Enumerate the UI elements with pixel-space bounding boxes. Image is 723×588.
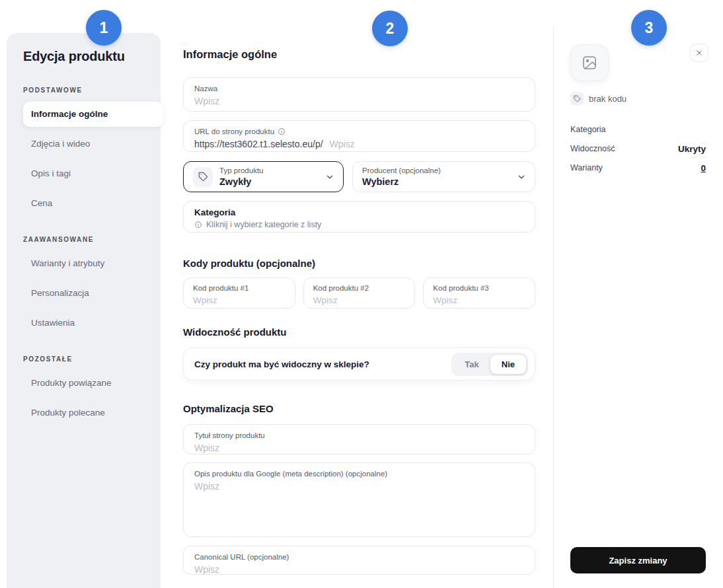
product-type-label: Typ produktu (219, 166, 263, 175)
sidebar-item-produkty-powiazane[interactable]: Produkty powiązane (23, 371, 163, 396)
seo-title-label: Tytuł strony produktu (194, 431, 524, 440)
product-editor-page: 1 2 3 Edycja produktu PODSTAWOWE Informa… (0, 0, 723, 588)
general-info-form: Informacje ogólne Nazwa Wpisz URL do str… (183, 0, 535, 588)
visibility-yes-button[interactable]: Tak (453, 355, 490, 374)
code-2-label: Kod produktu #2 (313, 283, 406, 293)
seo-description-label: Opis produktu dla Google (meta descripti… (194, 469, 524, 478)
product-url-field-label: URL do strony produktu (194, 127, 274, 136)
product-type-value: Zwykły (219, 176, 251, 187)
info-icon (194, 221, 202, 229)
section-label: POZOSTAŁE (23, 355, 155, 363)
section-label: ZAAWANSOWANE (23, 236, 155, 243)
tour-step-3-badge: 3 (631, 10, 667, 46)
panel-divider (553, 26, 554, 588)
producer-select[interactable]: Producent (opcjonalne) Wybierz (352, 161, 535, 192)
code-1-placeholder: Wpisz (193, 295, 285, 307)
sidebar-section-basic: PODSTAWOWE Informacje ogólne Zdjęcia i w… (23, 87, 155, 216)
code-3-field[interactable]: Kod produktu #3 Wpisz (423, 277, 535, 309)
summary-category-label: Kategoria (570, 125, 606, 134)
canonical-url-placeholder: Wpisz (194, 564, 524, 575)
summary-visibility-label: Widoczność (570, 144, 615, 153)
section-label: PODSTAWOWE (23, 87, 155, 94)
sidebar-item-personalizacja[interactable]: Personalizacja (23, 281, 163, 306)
summary-row-category: Kategoria (570, 123, 706, 136)
page-title: Informacje ogólne (183, 48, 277, 61)
visibility-no-button[interactable]: Nie (490, 355, 526, 374)
tour-step-1-badge: 1 (86, 10, 122, 46)
summary-variants-label: Warianty (570, 163, 603, 172)
summary-row-variants: Warianty 0 (570, 161, 706, 174)
category-field[interactable]: Kategoria Kliknij i wybierz kategorie z … (183, 201, 535, 233)
sidebar-item-informacje-ogolne[interactable]: Informacje ogólne (23, 102, 163, 127)
product-url-field[interactable]: URL do strony produktu https://test3602.… (183, 120, 535, 152)
image-placeholder-icon (582, 55, 597, 71)
close-button[interactable] (690, 44, 708, 62)
visibility-toggle: Tak Nie (451, 353, 528, 376)
category-hint: Kliknij i wybierz kategorie z listy (206, 220, 321, 229)
tag-icon (570, 92, 584, 105)
canonical-url-label: Canonical URL (opcjonalne) (194, 552, 524, 562)
seo-title-placeholder: Wpisz (194, 442, 524, 454)
name-field-label: Nazwa (194, 84, 524, 93)
seo-section-title: Optymalizacja SEO (183, 403, 274, 414)
producer-value: Wybierz (362, 176, 399, 187)
tag-icon (193, 167, 213, 187)
close-icon (695, 49, 703, 57)
visibility-section-title: Widoczność produktu (183, 326, 287, 338)
codes-section-title: Kody produktu (opcjonalne) (183, 258, 315, 269)
name-field[interactable]: Nazwa Wpisz (183, 77, 535, 112)
sidebar-section-advanced: ZAAWANSOWANE Warianty i atrybuty Persona… (23, 236, 155, 336)
sidebar-section-other: POZOSTAŁE Produkty powiązane Produkty po… (23, 355, 155, 425)
code-1-field[interactable]: Kod produktu #1 Wpisz (183, 277, 295, 309)
canonical-url-field[interactable]: Canonical URL (opcjonalne) Wpisz (183, 546, 535, 575)
chevron-down-icon (517, 172, 526, 182)
product-url-prefix: https://test3602.t1.selesto.eu/p/ (194, 138, 323, 150)
product-url-placeholder: Wpisz (330, 138, 355, 150)
tour-step-2-badge: 2 (372, 11, 408, 46)
visibility-card: Czy produkt ma być widoczny w sklepie? T… (183, 348, 535, 381)
no-code-badge: brak kodu (570, 92, 627, 105)
chevron-down-icon (325, 172, 334, 182)
sidebar-item-cena[interactable]: Cena (23, 191, 163, 216)
code-2-placeholder: Wpisz (313, 295, 406, 307)
product-type-select[interactable]: Typ produktu Zwykły (183, 161, 344, 192)
visibility-question: Czy produkt ma być widoczny w sklepie? (194, 359, 369, 369)
product-image-placeholder[interactable] (570, 44, 609, 81)
code-1-label: Kod produktu #1 (193, 283, 285, 293)
summary-row-visibility: Widoczność Ukryty (570, 142, 706, 155)
name-field-placeholder: Wpisz (194, 95, 524, 107)
category-label: Kategoria (194, 207, 524, 217)
code-3-label: Kod produktu #3 (433, 283, 525, 293)
summary-visibility-value: Ukryty (678, 144, 706, 154)
code-2-field[interactable]: Kod produktu #2 Wpisz (303, 277, 416, 309)
sidebar-item-zdjecia-i-wideo[interactable]: Zdjęcia i wideo (23, 131, 163, 157)
sidebar: Edycja produktu PODSTAWOWE Informacje og… (7, 33, 161, 588)
sidebar-item-opis-i-tagi[interactable]: Opis i tagi (23, 161, 163, 186)
sidebar-item-ustawienia[interactable]: Ustawienia (23, 311, 163, 336)
seo-description-field[interactable]: Opis produktu dla Google (meta descripti… (183, 462, 535, 537)
sidebar-item-produkty-polecane[interactable]: Produkty polecane (23, 400, 163, 425)
save-button[interactable]: Zapisz zmiany (570, 547, 706, 573)
seo-description-placeholder: Wpisz (194, 480, 524, 492)
no-code-label: brak kodu (589, 94, 627, 104)
seo-title-field[interactable]: Tytuł strony produktu Wpisz (183, 424, 535, 455)
info-icon[interactable] (278, 128, 285, 135)
sidebar-title: Edycja produktu (23, 49, 155, 64)
sidebar-item-warianty-i-atrybuty[interactable]: Warianty i atrybuty (23, 251, 163, 276)
summary-variants-value[interactable]: 0 (701, 163, 706, 173)
code-3-placeholder: Wpisz (433, 295, 525, 307)
producer-label: Producent (opcjonalne) (362, 166, 441, 175)
